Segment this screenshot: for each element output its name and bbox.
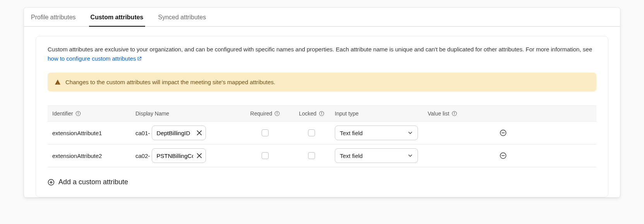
warning-banner: Changes to the custom attributes will im… [48, 73, 596, 92]
th-locked: Locked [288, 110, 335, 117]
identifier-cell: extensionAttribute1 [52, 130, 135, 136]
svg-point-3 [277, 112, 277, 113]
input-type-select[interactable]: Text field [335, 126, 418, 140]
locked-cell [288, 129, 335, 136]
input-type-select[interactable]: Text field [335, 148, 418, 163]
warning-icon [55, 79, 61, 85]
th-identifier: Identifier [52, 110, 135, 117]
select-value: Text field [340, 153, 363, 159]
close-icon [196, 153, 202, 159]
description-text: Custom attributes are exclusive to your … [48, 45, 596, 63]
th-value-list: Value list [428, 110, 493, 117]
description-span: Custom attributes are exclusive to your … [48, 46, 592, 53]
table-header-row: Identifier Display Name Required Locked … [48, 105, 596, 122]
add-custom-attribute-button[interactable]: Add a custom attribute [48, 178, 596, 186]
required-cell [242, 152, 288, 159]
locked-checkbox[interactable] [308, 152, 315, 159]
th-required: Required [242, 110, 288, 117]
attributes-table: Identifier Display Name Required Locked … [48, 105, 596, 167]
svg-point-5 [321, 112, 322, 113]
close-icon [196, 130, 202, 136]
tab-custom-attributes[interactable]: Custom attributes [89, 8, 145, 26]
info-icon[interactable] [274, 111, 280, 116]
clear-input-button[interactable] [196, 130, 202, 136]
identifier-cell: extensionAttribute2 [52, 153, 135, 159]
clear-input-button[interactable] [196, 153, 202, 159]
plus-circle-icon [48, 179, 55, 186]
help-link[interactable]: how to configure custom attributes [48, 55, 142, 62]
tab-bar: Profile attributes Custom attributes Syn… [24, 8, 620, 27]
select-value: Text field [340, 130, 363, 136]
display-name-input[interactable] [157, 153, 193, 159]
remove-icon[interactable] [500, 129, 507, 136]
display-name-input-wrapper [152, 148, 206, 163]
display-name-input-wrapper [152, 126, 206, 140]
table-row: extensionAttribute1 ca01- [48, 122, 596, 144]
svg-point-7 [454, 112, 454, 113]
chevron-down-icon [408, 153, 413, 158]
required-cell [242, 129, 288, 136]
chevron-down-icon [408, 130, 413, 136]
warning-text: Changes to the custom attributes will im… [65, 79, 275, 85]
input-type-cell: Text field [335, 126, 428, 140]
tab-synced-attributes[interactable]: Synced attributes [157, 8, 208, 26]
add-label: Add a custom attribute [58, 178, 128, 186]
display-name-cell: ca02- [135, 148, 242, 163]
delete-cell [493, 152, 513, 159]
external-link-icon [137, 56, 142, 61]
delete-cell [493, 129, 513, 136]
info-icon[interactable] [319, 111, 324, 116]
svg-point-1 [78, 112, 78, 113]
display-name-input[interactable] [157, 130, 193, 136]
custom-attributes-card: Custom attributes are exclusive to your … [36, 36, 608, 197]
table-row: extensionAttribute2 ca02- [48, 144, 596, 167]
required-checkbox[interactable] [262, 152, 269, 159]
display-name-prefix: ca01- [135, 130, 150, 136]
display-name-prefix: ca02- [135, 153, 150, 159]
display-name-cell: ca01- [135, 126, 242, 140]
tab-profile-attributes[interactable]: Profile attributes [29, 8, 77, 26]
th-input-type: Input type [335, 110, 428, 117]
remove-icon[interactable] [500, 152, 507, 159]
locked-checkbox[interactable] [308, 129, 315, 136]
locked-cell [288, 152, 335, 159]
info-icon[interactable] [452, 111, 457, 116]
settings-panel: Profile attributes Custom attributes Syn… [24, 8, 620, 197]
required-checkbox[interactable] [262, 129, 269, 136]
th-display-name: Display Name [135, 110, 242, 117]
info-icon[interactable] [75, 111, 81, 116]
input-type-cell: Text field [335, 148, 428, 163]
